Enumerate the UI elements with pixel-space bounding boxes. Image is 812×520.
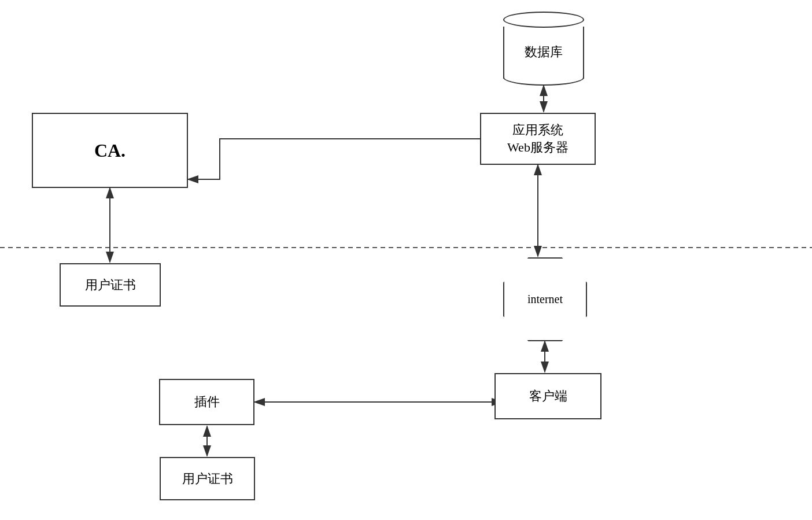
ca-box: CA.: [32, 113, 188, 188]
ca-label: CA.: [94, 140, 126, 161]
database-label: 数据库: [504, 43, 583, 61]
user-cert-top-box: 用户证书: [60, 263, 161, 307]
client-box: 客户端: [494, 373, 601, 419]
app-server-label: 应用系统 Web服务器: [507, 121, 569, 156]
user-cert-bottom-label: 用户证书: [182, 470, 233, 488]
cylinder-body: 数据库: [503, 27, 584, 79]
plugin-box: 插件: [159, 379, 254, 425]
user-cert-bottom-box: 用户证书: [160, 457, 255, 500]
internet-label: internet: [527, 293, 563, 306]
internet-node: internet: [503, 257, 587, 341]
plugin-label: 插件: [194, 393, 220, 411]
client-label: 客户端: [529, 388, 567, 405]
user-cert-top-label: 用户证书: [85, 276, 136, 294]
diagram: 数据库 应用系统 Web服务器 CA. 用户证书 internet 插件 客户端…: [0, 0, 812, 520]
cylinder-top: [503, 12, 584, 28]
database-node: 数据库: [503, 12, 584, 79]
app-server-box: 应用系统 Web服务器: [480, 113, 596, 165]
arrows-svg: [0, 0, 812, 520]
cylinder-bottom: [503, 69, 584, 86]
internet-octagon: internet: [503, 257, 587, 341]
